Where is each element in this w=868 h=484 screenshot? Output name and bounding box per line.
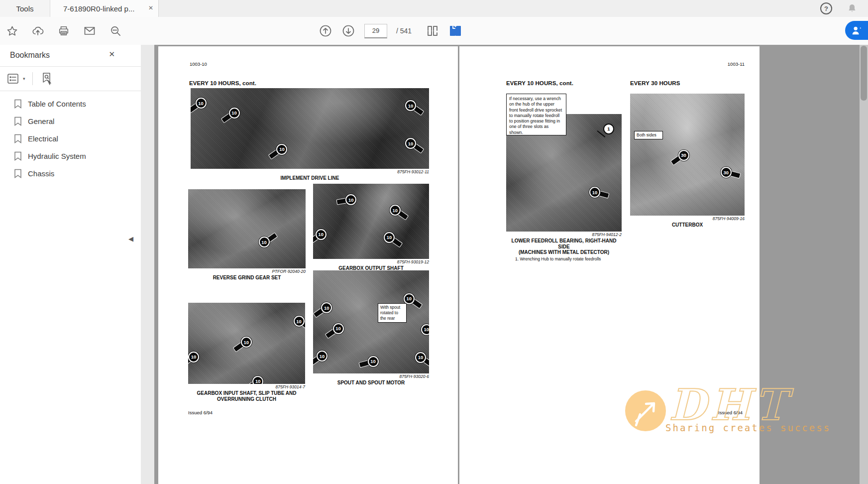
bookmark-item-electrical[interactable]: Electrical bbox=[0, 130, 141, 147]
close-tab-icon[interactable]: ✕ bbox=[148, 4, 153, 11]
expand-current-bookmark-icon[interactable] bbox=[40, 72, 54, 86]
vertical-scrollbar[interactable] bbox=[860, 45, 868, 484]
bookmark-item-general[interactable]: General bbox=[0, 113, 141, 130]
bookmark-label: Electrical bbox=[28, 134, 58, 143]
search-icon[interactable] bbox=[108, 24, 122, 38]
figure-gearbox-output-shaft: 10101010 875FH-93019-12 GEARBOX OUTPUT S… bbox=[313, 184, 429, 271]
email-icon[interactable] bbox=[83, 24, 97, 38]
folio-number: 1003-11 bbox=[728, 61, 745, 67]
photo-gearbox-input-shaft: 10101010 bbox=[188, 303, 305, 384]
folio-number: 1003-10 bbox=[190, 61, 207, 67]
instruction-note: If necessary, use a wrench on the hub of… bbox=[506, 94, 566, 135]
photo-note: With spout rotated to the rear bbox=[378, 303, 407, 323]
next-page-icon[interactable] bbox=[341, 24, 355, 38]
bookmarks-options-icon[interactable] bbox=[6, 72, 20, 86]
grease-interval-badge: 10 bbox=[589, 187, 600, 198]
options-caret-icon[interactable]: ▾ bbox=[23, 76, 25, 81]
figure-spout-and-spout-motor: With spout rotated to the rear 101010101… bbox=[313, 270, 429, 386]
grease-interval-badge: 10 bbox=[316, 229, 326, 240]
figure-caption: REVERSE GRIND GEAR SET bbox=[188, 275, 306, 281]
page-number-input[interactable] bbox=[364, 24, 387, 38]
figure-ref: 875FH-93012-11 bbox=[191, 169, 429, 174]
page-count-label: / 541 bbox=[396, 27, 412, 35]
help-icon[interactable]: ? bbox=[820, 2, 832, 14]
photo-spout-and-spout-motor: With spout rotated to the rear 101010101… bbox=[313, 270, 429, 373]
bookmark-item-table-of-contents[interactable]: Table of Contents bbox=[0, 95, 141, 113]
callout-marker: 1 bbox=[603, 123, 614, 134]
figure-ref: PTFOR-92040-20 bbox=[188, 269, 306, 274]
grease-interval-badge: 10 bbox=[368, 356, 379, 367]
document-viewport: 1003-10 EVERY 10 HOURS, cont. 1010101010… bbox=[141, 45, 860, 484]
previous-page-icon[interactable] bbox=[319, 24, 332, 38]
page-scrolling-view-icon[interactable] bbox=[426, 24, 439, 38]
cloud-upload-icon[interactable] bbox=[31, 24, 45, 38]
grease-interval-badge: 30 bbox=[678, 150, 689, 161]
bookmark-item-chassis[interactable]: Chassis bbox=[0, 165, 141, 182]
bookmark-label: Chassis bbox=[28, 169, 54, 178]
figure-ref: 875FH-94009-16 bbox=[630, 216, 745, 221]
bookmark-label: Table of Contents bbox=[28, 100, 86, 108]
close-bookmarks-icon[interactable]: ✕ bbox=[108, 50, 115, 59]
figure-ref: 875FH-94012-2 bbox=[506, 232, 622, 237]
figure-legend-item: 1. Wrenching Hub to manually rotate feed… bbox=[506, 256, 622, 261]
bookmark-label: General bbox=[28, 117, 54, 125]
grease-interval-badge: 10 bbox=[317, 351, 327, 362]
bookmarks-list: Table of Contents General Electrical Hyd… bbox=[0, 91, 141, 182]
grease-interval-badge: 10 bbox=[241, 337, 252, 348]
share-button[interactable] bbox=[845, 21, 868, 40]
tab-tools-label: Tools bbox=[16, 4, 33, 13]
panel-edge-strip bbox=[141, 45, 154, 484]
tab-tools[interactable]: Tools bbox=[0, 0, 50, 17]
bookmark-item-hydraulic-system[interactable]: Hydraulic System bbox=[0, 147, 141, 165]
main-toolbar: / 541 bbox=[0, 17, 868, 45]
notifications-bell-icon[interactable] bbox=[845, 1, 859, 15]
grease-interval-badge: 10 bbox=[415, 352, 426, 363]
grease-interval-badge: 10 bbox=[252, 376, 263, 384]
pdf-page-left: 1003-10 EVERY 10 HOURS, cont. 1010101010… bbox=[158, 46, 458, 484]
bookmark-label: Hydraulic System bbox=[28, 152, 86, 160]
issue-date: Issued 6/94 bbox=[718, 410, 743, 415]
tab-document[interactable]: 7-61890R0-linked p... ✕ bbox=[50, 0, 159, 17]
grease-interval-badge: 10 bbox=[196, 98, 207, 109]
bookmarks-title: Bookmarks bbox=[10, 51, 50, 60]
grease-interval-badge: 10 bbox=[276, 144, 287, 155]
tab-bar: Tools 7-61890R0-linked p... ✕ ? bbox=[0, 0, 868, 17]
grease-interval-badge: 10 bbox=[333, 323, 344, 334]
grease-interval-badge: 10 bbox=[321, 302, 332, 313]
pdf-page-right: 1003-11 EVERY 10 HOURS, cont. EVERY 30 H… bbox=[459, 46, 760, 484]
figure-caption: SPOUT AND SPOUT MOTOR bbox=[313, 380, 429, 386]
figure-caption: (MACHINES WITH METAL DETECTOR) bbox=[506, 249, 622, 255]
figure-caption: IMPLEMENT DRIVE LINE bbox=[191, 175, 429, 181]
photo-cutterbox: Both sides 3030 bbox=[630, 94, 745, 216]
grease-interval-badge: 10 bbox=[259, 237, 270, 247]
grease-interval-badge: 10 bbox=[229, 108, 240, 119]
acrobat-window: Tools 7-61890R0-linked p... ✕ ? bbox=[0, 0, 868, 484]
two-page-view-icon[interactable] bbox=[448, 24, 462, 38]
grease-interval-badge: 10 bbox=[404, 293, 415, 304]
favorites-star-icon[interactable] bbox=[5, 24, 19, 38]
section-heading: EVERY 30 HOURS bbox=[630, 80, 680, 86]
grease-interval-badge: 30 bbox=[721, 167, 732, 178]
grease-interval-badge: 10 bbox=[345, 194, 356, 205]
figure-caption: CUTTERBOX bbox=[630, 222, 745, 228]
grease-interval-badge: 10 bbox=[405, 100, 416, 111]
scrollbar-thumb[interactable] bbox=[861, 46, 867, 101]
grease-interval-badge: 10 bbox=[294, 316, 305, 327]
figure-ref: 875FH-93014-7 bbox=[188, 384, 305, 389]
grease-interval-badge: 10 bbox=[421, 324, 429, 335]
figure-caption: LOWER FEEDROLL BEARING, RIGHT-HAND SIDE bbox=[506, 238, 622, 249]
figure-ref: 875FH-93019-12 bbox=[313, 259, 429, 264]
section-heading: EVERY 10 HOURS, cont. bbox=[189, 80, 256, 86]
print-icon[interactable] bbox=[57, 24, 71, 38]
figure-caption: GEARBOX INPUT SHAFT, SLIP TUBE AND OVERR… bbox=[188, 390, 305, 402]
figure-ref: 875FH-93020-6 bbox=[313, 374, 429, 379]
figure-reverse-grind-gear-set: 10 PTFOR-92040-20 REVERSE GRIND GEAR SET bbox=[188, 189, 306, 281]
photo-gearbox-output-shaft: 10101010 bbox=[313, 184, 429, 259]
tab-document-label: 7-61890R0-linked p... bbox=[63, 4, 134, 13]
photo-note: Both sides bbox=[634, 131, 663, 139]
photo-reverse-grind-gear-set: 10 bbox=[188, 189, 306, 268]
collapse-panel-icon[interactable]: ◀ bbox=[128, 235, 133, 242]
issue-date: Issued 6/94 bbox=[188, 410, 213, 415]
figure-gearbox-input-shaft: 10101010 875FH-93014-7 GEARBOX INPUT SHA… bbox=[188, 303, 305, 402]
bookmarks-panel: Bookmarks ✕ ▾ Table of Contents General bbox=[0, 45, 141, 484]
